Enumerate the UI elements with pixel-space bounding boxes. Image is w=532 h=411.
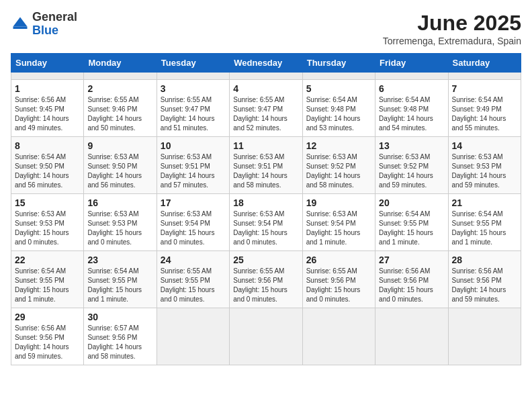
day-info: Sunrise: 6:53 AMSunset: 9:53 PMDaylight:…: [452, 152, 517, 190]
day-info: Sunrise: 6:53 AMSunset: 9:50 PMDaylight:…: [87, 152, 152, 190]
day-number: 21: [452, 197, 517, 208]
calendar-cell: 8Sunrise: 6:54 AMSunset: 9:50 PMDaylight…: [11, 137, 84, 194]
day-info: Sunrise: 6:53 AMSunset: 9:53 PMDaylight:…: [87, 210, 152, 247]
day-info: Sunrise: 6:54 AMSunset: 9:55 PMDaylight:…: [87, 267, 152, 304]
calendar-cell: 19Sunrise: 6:53 AMSunset: 9:54 PMDayligh…: [302, 194, 375, 251]
calendar-cell: 29Sunrise: 6:56 AMSunset: 9:56 PMDayligh…: [11, 308, 84, 365]
day-number: 6: [379, 83, 444, 94]
logo: General Blue: [11, 11, 77, 38]
day-info: Sunrise: 6:55 AMSunset: 9:56 PMDaylight:…: [233, 267, 298, 304]
day-info: Sunrise: 6:53 AMSunset: 9:54 PMDaylight:…: [306, 210, 371, 247]
day-info: Sunrise: 6:54 AMSunset: 9:48 PMDaylight:…: [306, 95, 371, 133]
day-number: 12: [306, 140, 371, 151]
day-number: 5: [306, 83, 371, 94]
title-area: June 2025 Torremenga, Extremadura, Spain: [383, 11, 521, 46]
calendar-cell: 15Sunrise: 6:53 AMSunset: 9:53 PMDayligh…: [11, 194, 84, 251]
day-number: 4: [233, 83, 298, 94]
day-number: 26: [306, 255, 371, 265]
day-info: Sunrise: 6:54 AMSunset: 9:55 PMDaylight:…: [15, 267, 80, 304]
calendar-week-5: 29Sunrise: 6:56 AMSunset: 9:56 PMDayligh…: [11, 308, 521, 365]
header-friday: Friday: [375, 54, 448, 73]
day-info: Sunrise: 6:56 AMSunset: 9:45 PMDaylight:…: [15, 95, 80, 133]
day-info: Sunrise: 6:54 AMSunset: 9:48 PMDaylight:…: [379, 95, 444, 133]
day-info: Sunrise: 6:56 AMSunset: 9:56 PMDaylight:…: [452, 267, 517, 304]
day-number: 30: [87, 312, 152, 322]
calendar-week-3: 15Sunrise: 6:53 AMSunset: 9:53 PMDayligh…: [11, 194, 521, 251]
day-number: 9: [87, 140, 152, 151]
calendar-cell: 1Sunrise: 6:56 AMSunset: 9:45 PMDaylight…: [11, 80, 84, 137]
calendar-cell: 11Sunrise: 6:53 AMSunset: 9:51 PMDayligh…: [230, 137, 302, 194]
calendar-cell: [375, 308, 448, 365]
day-info: Sunrise: 6:56 AMSunset: 9:56 PMDaylight:…: [379, 267, 444, 304]
calendar-cell: [230, 308, 302, 365]
calendar-cell: 2Sunrise: 6:55 AMSunset: 9:46 PMDaylight…: [84, 80, 157, 137]
day-info: Sunrise: 6:54 AMSunset: 9:50 PMDaylight:…: [15, 152, 80, 190]
calendar-cell: [11, 73, 84, 80]
calendar-cell: 7Sunrise: 6:54 AMSunset: 9:49 PMDaylight…: [448, 80, 521, 137]
calendar-cell: 27Sunrise: 6:56 AMSunset: 9:56 PMDayligh…: [375, 251, 448, 308]
calendar-week-1: 1Sunrise: 6:56 AMSunset: 9:45 PMDaylight…: [11, 80, 521, 137]
calendar-cell: 24Sunrise: 6:55 AMSunset: 9:55 PMDayligh…: [157, 251, 229, 308]
calendar-cell: 30Sunrise: 6:57 AMSunset: 9:56 PMDayligh…: [84, 308, 157, 365]
day-number: 11: [233, 140, 298, 151]
calendar-cell: [448, 308, 521, 365]
day-info: Sunrise: 6:53 AMSunset: 9:54 PMDaylight:…: [233, 210, 298, 247]
calendar-header-row: SundayMondayTuesdayWednesdayThursdayFrid…: [11, 54, 521, 73]
calendar-cell: 17Sunrise: 6:53 AMSunset: 9:54 PMDayligh…: [157, 194, 229, 251]
calendar-cell: 5Sunrise: 6:54 AMSunset: 9:48 PMDaylight…: [302, 80, 375, 137]
location: Torremenga, Extremadura, Spain: [383, 36, 521, 46]
header-sunday: Sunday: [11, 54, 84, 73]
day-number: 17: [161, 197, 226, 208]
day-info: Sunrise: 6:57 AMSunset: 9:56 PMDaylight:…: [87, 324, 152, 361]
calendar-cell: 22Sunrise: 6:54 AMSunset: 9:55 PMDayligh…: [11, 251, 84, 308]
day-number: 1: [15, 83, 80, 94]
day-number: 28: [452, 255, 517, 265]
day-number: 18: [233, 197, 298, 208]
month-year: June 2025: [383, 11, 521, 36]
day-info: Sunrise: 6:53 AMSunset: 9:52 PMDaylight:…: [306, 152, 371, 190]
calendar-cell: 12Sunrise: 6:53 AMSunset: 9:52 PMDayligh…: [302, 137, 375, 194]
header-thursday: Thursday: [302, 54, 375, 73]
calendar-cell: 18Sunrise: 6:53 AMSunset: 9:54 PMDayligh…: [230, 194, 302, 251]
day-number: 8: [15, 140, 80, 151]
day-info: Sunrise: 6:53 AMSunset: 9:52 PMDaylight:…: [379, 152, 444, 190]
day-number: 16: [87, 197, 152, 208]
day-info: Sunrise: 6:55 AMSunset: 9:55 PMDaylight:…: [161, 267, 226, 304]
day-number: 24: [161, 255, 226, 265]
day-number: 3: [161, 83, 226, 94]
calendar-cell: [302, 308, 375, 365]
calendar-cell: 16Sunrise: 6:53 AMSunset: 9:53 PMDayligh…: [84, 194, 157, 251]
header: General Blue June 2025 Torremenga, Extre…: [11, 11, 521, 46]
calendar-cell: [84, 73, 157, 80]
day-number: 14: [452, 140, 517, 151]
day-number: 15: [15, 197, 80, 208]
header-monday: Monday: [84, 54, 157, 73]
header-tuesday: Tuesday: [157, 54, 229, 73]
day-number: 13: [379, 140, 444, 151]
calendar-cell: 9Sunrise: 6:53 AMSunset: 9:50 PMDaylight…: [84, 137, 157, 194]
day-info: Sunrise: 6:55 AMSunset: 9:47 PMDaylight:…: [233, 95, 298, 133]
calendar-cell: [157, 308, 229, 365]
day-info: Sunrise: 6:54 AMSunset: 9:55 PMDaylight:…: [379, 210, 444, 247]
logo-general-text: General: [32, 10, 77, 24]
day-number: 19: [306, 197, 371, 208]
day-number: 25: [233, 255, 298, 265]
header-wednesday: Wednesday: [230, 54, 302, 73]
day-info: Sunrise: 6:54 AMSunset: 9:49 PMDaylight:…: [452, 95, 517, 133]
day-info: Sunrise: 6:53 AMSunset: 9:53 PMDaylight:…: [15, 210, 80, 247]
calendar-table: SundayMondayTuesdayWednesdayThursdayFrid…: [11, 53, 521, 365]
calendar-cell: 6Sunrise: 6:54 AMSunset: 9:48 PMDaylight…: [375, 80, 448, 137]
day-number: 20: [379, 197, 444, 208]
day-number: 23: [87, 255, 152, 265]
calendar-cell: 10Sunrise: 6:53 AMSunset: 9:51 PMDayligh…: [157, 137, 229, 194]
day-info: Sunrise: 6:53 AMSunset: 9:51 PMDaylight:…: [161, 152, 226, 190]
calendar-cell: [375, 73, 448, 80]
day-number: 10: [161, 140, 226, 151]
day-info: Sunrise: 6:55 AMSunset: 9:47 PMDaylight:…: [161, 95, 226, 133]
calendar-cell: 13Sunrise: 6:53 AMSunset: 9:52 PMDayligh…: [375, 137, 448, 194]
calendar-cell: 26Sunrise: 6:55 AMSunset: 9:56 PMDayligh…: [302, 251, 375, 308]
calendar-cell: [302, 73, 375, 80]
calendar-cell: 25Sunrise: 6:55 AMSunset: 9:56 PMDayligh…: [230, 251, 302, 308]
calendar-cell: 23Sunrise: 6:54 AMSunset: 9:55 PMDayligh…: [84, 251, 157, 308]
day-info: Sunrise: 6:55 AMSunset: 9:56 PMDaylight:…: [306, 267, 371, 304]
